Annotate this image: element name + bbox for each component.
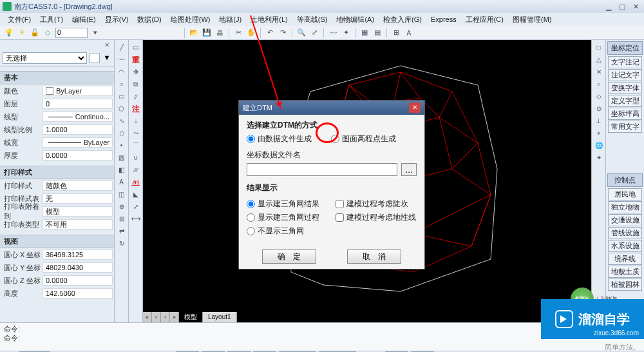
maximize-icon[interactable]: ▢ xyxy=(616,3,628,11)
prop-ptype-value[interactable]: 不可用 xyxy=(43,219,113,230)
save-icon[interactable]: 💾 xyxy=(202,28,212,38)
join-icon[interactable]: ∪ xyxy=(131,153,141,163)
radio-show-result[interactable]: 显示建三角网结果 xyxy=(247,199,319,210)
snap-perp-icon[interactable]: ⊥ xyxy=(594,116,604,126)
spline-icon[interactable]: ∿ xyxy=(117,116,127,126)
menu-edit[interactable]: 编辑(E) xyxy=(68,14,100,26)
prop-color-value[interactable]: ByLayer xyxy=(43,86,113,96)
right-btn-vegetation[interactable]: 植被园林 xyxy=(608,279,642,291)
menu-file[interactable]: 文件(F) xyxy=(4,14,35,26)
menu-feature-edit[interactable]: 地物编辑(A) xyxy=(332,14,378,26)
rect-icon[interactable]: ▭ xyxy=(117,92,127,102)
menu-project[interactable]: 工程应用(C) xyxy=(462,14,507,26)
dialog-titlebar[interactable]: 建立DTM ✕ xyxy=(239,101,424,115)
group-print[interactable]: 打印样式 xyxy=(0,166,114,179)
prop-thickness-value[interactable]: 0.0000 xyxy=(43,150,113,161)
extend-icon[interactable]: ⤳ xyxy=(131,128,141,139)
filter-icon[interactable]: ▼ xyxy=(102,54,111,63)
bulb-icon[interactable]: 💡 xyxy=(4,28,14,38)
poly-icon[interactable]: ⬠ xyxy=(117,104,127,114)
circle-icon[interactable]: ○ xyxy=(117,79,127,90)
snap-near-icon[interactable]: ⌖ xyxy=(594,128,604,139)
undo-icon[interactable]: ↶ xyxy=(265,28,275,38)
prop-ltscale-value[interactable]: 1.0000 xyxy=(43,124,113,135)
check-consider-terrain-line[interactable]: 建模过程考虑地性线 xyxy=(336,212,416,223)
prop-linetype-value[interactable]: Continuo... xyxy=(43,112,113,122)
tab-layout1[interactable]: Layout1 xyxy=(203,312,237,322)
tab-model[interactable]: 模型 xyxy=(179,312,203,322)
line-icon[interactable]: ╱ xyxy=(117,43,127,53)
offset-icon[interactable]: ⫽ xyxy=(131,92,141,102)
table-icon[interactable]: ▤ xyxy=(372,28,383,38)
right-btn-common-text[interactable]: 常用文字 xyxy=(608,121,642,133)
file-path-input[interactable] xyxy=(247,163,397,176)
pline-icon[interactable]: 〰 xyxy=(328,28,338,38)
close-icon[interactable]: ✕ xyxy=(630,3,641,11)
mirror-icon[interactable]: ⇄ xyxy=(117,226,127,237)
ellipse-icon[interactable]: ⬯ xyxy=(117,128,127,139)
label-redo-icon[interactable]: 重 xyxy=(131,55,141,65)
right-btn-terrain[interactable]: 地貌土质 xyxy=(608,266,642,278)
prop-cy-value[interactable]: 48029.0430 xyxy=(43,262,113,273)
open-icon[interactable]: 📂 xyxy=(189,28,199,38)
zoom-icon[interactable]: 🔍 xyxy=(296,28,307,38)
prop-cz-value[interactable]: 0.0000 xyxy=(43,275,113,286)
redo-icon[interactable]: ↷ xyxy=(278,28,288,38)
radio-show-process[interactable]: 显示建三角网过程 xyxy=(247,212,319,223)
prop-cx-value[interactable]: 36498.3125 xyxy=(43,249,113,260)
menu-contour[interactable]: 等高线(S) xyxy=(293,14,332,26)
explode-icon[interactable]: ✦ xyxy=(341,28,351,38)
panel-close-icon[interactable]: ✕ xyxy=(102,41,111,48)
layer-icon[interactable]: ◇ xyxy=(43,28,53,38)
rotate-icon[interactable]: ↻ xyxy=(117,239,127,249)
menu-data[interactable]: 数据(D) xyxy=(133,14,165,26)
menu-sheet[interactable]: 图幅管理(M) xyxy=(509,14,556,26)
group-basic[interactable]: 基本 xyxy=(0,71,114,84)
snap-int-icon[interactable]: ✕ xyxy=(594,67,604,77)
lock-icon[interactable]: 🔓 xyxy=(30,28,40,38)
right-btn-change-font[interactable]: 变换字体 xyxy=(608,82,642,94)
region-icon[interactable]: ◧ xyxy=(117,165,127,175)
cancel-button[interactable]: 取 消 xyxy=(347,249,401,264)
scale-icon[interactable]: ⤢ xyxy=(131,202,141,212)
dim-icon[interactable]: ⊞ xyxy=(391,28,401,38)
snap-mid-icon[interactable]: △ xyxy=(594,55,604,65)
print-icon[interactable]: 🖶 xyxy=(214,28,225,38)
array-icon[interactable]: ⊞ xyxy=(117,214,127,224)
dropdown-icon[interactable]: ▾ xyxy=(90,28,100,38)
menu-tools[interactable]: 工具(T) xyxy=(36,14,67,26)
right-btn-pipeline[interactable]: 管线设施 xyxy=(608,227,642,239)
minimize-icon[interactable]: ▁ xyxy=(603,3,614,11)
hatch-icon[interactable]: ▨ xyxy=(117,153,127,163)
check-consider-cliff[interactable]: 建模过程考虑陡坎 xyxy=(336,199,408,210)
zoom-extents-icon[interactable]: ⤢ xyxy=(309,28,319,38)
snap-tan-icon[interactable]: ⊙ xyxy=(594,104,604,114)
sun-icon[interactable]: ☀ xyxy=(17,28,27,38)
radio-hide-tin[interactable]: 不显示三角网 xyxy=(247,226,304,237)
text2-icon[interactable]: A xyxy=(117,177,127,188)
compass-icon[interactable]: ✦ xyxy=(594,153,604,163)
cut-icon[interactable]: ✂ xyxy=(233,28,243,38)
tab-first-icon[interactable]: « xyxy=(143,312,152,322)
ok-button[interactable]: 确 定 xyxy=(262,249,316,264)
fillet-icon[interactable]: ⌒ xyxy=(131,141,141,151)
chamfer-icon[interactable]: ◣ xyxy=(131,190,141,200)
right-btn-text-annot[interactable]: 文字注记 xyxy=(608,56,642,68)
tab-prev-icon[interactable]: ‹ xyxy=(152,312,161,322)
right-btn-define-style[interactable]: 定义字型 xyxy=(608,95,642,107)
selection-dropdown[interactable]: 无选择 xyxy=(3,52,87,64)
menu-express[interactable]: Express xyxy=(427,14,460,24)
pick-icon[interactable] xyxy=(90,53,100,63)
menu-draw[interactable]: 绘图处理(W) xyxy=(167,14,214,26)
prop-ptable-value[interactable]: 无 xyxy=(43,193,113,204)
snap-quad-icon[interactable]: ◇ xyxy=(594,92,604,102)
layer-combo[interactable] xyxy=(55,28,88,38)
grid-icon[interactable]: ▦ xyxy=(359,28,370,38)
right-btn-coord-elev[interactable]: 坐标坪高 xyxy=(608,108,642,120)
menu-view[interactable]: 显示(V) xyxy=(101,14,133,26)
menu-cadastre[interactable]: 地籍(J) xyxy=(215,14,245,26)
copy-icon[interactable]: ⧉ xyxy=(131,79,141,90)
tab-last-icon[interactable]: » xyxy=(170,312,179,322)
right-box-control[interactable]: 控制点 xyxy=(607,173,643,187)
right-btn-boundary[interactable]: 境界线 xyxy=(608,253,642,265)
